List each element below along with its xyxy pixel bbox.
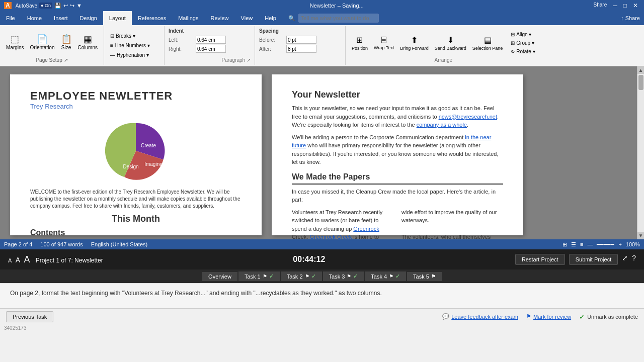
group-button[interactable]: ⊞ Group ▾ (509, 39, 537, 47)
spacing-after-row: After: (259, 45, 341, 53)
font-size-large[interactable]: A (24, 254, 30, 264)
undo-icon[interactable]: ↩ (63, 3, 68, 9)
tab-task4[interactable]: Task 4 ⚑ ✓ (365, 272, 406, 281)
send-backward-label: Send Backward (435, 46, 466, 51)
pie-label-create: Create (141, 143, 156, 148)
indent-left-input[interactable] (196, 36, 226, 44)
ribbon-content: ⬚ Margins 📄 Orientation 📋 Size ▦ Columns… (0, 25, 644, 66)
greenrock-link-1[interactable]: Greenrock (353, 226, 379, 232)
task1-label: Task 1 (245, 274, 261, 280)
size-button[interactable]: 📋 Size (59, 34, 74, 51)
tab-task5[interactable]: Task 5 ⚑ (407, 272, 442, 281)
view-print-icon[interactable]: ⊞ (562, 241, 567, 248)
restart-project-button[interactable]: Restart Project (515, 254, 565, 265)
tab-task2[interactable]: Task 2 ⚑ ✓ (281, 272, 322, 281)
task3-check: ✓ (353, 273, 358, 280)
view-outline-icon[interactable]: ≡ (580, 241, 583, 247)
ribbon-search-input[interactable] (298, 14, 379, 23)
submit-project-button[interactable]: Submit Project (569, 254, 618, 265)
line-numbers-button[interactable]: ≡ Line Numbers ▾ (108, 42, 160, 49)
unmark-complete-button[interactable]: ✓ Unmark as complete (579, 313, 638, 321)
orientation-button[interactable]: 📄 Orientation (28, 34, 57, 51)
close-icon[interactable]: ✕ (631, 2, 640, 9)
orientation-label: Orientation (30, 45, 55, 50)
pie-label-imagine: Imagine (144, 161, 163, 167)
status-bar-right: ⊞ ☰ ≡ — ━━━━━ + 100% (562, 241, 640, 248)
previous-task-button[interactable]: Previous Task (6, 311, 53, 322)
tab-mailings[interactable]: Mailings (172, 11, 204, 25)
spacing-before-input[interactable] (286, 36, 316, 44)
save-icon[interactable]: 💾 (54, 3, 61, 9)
align-icon: ⊟ (511, 32, 515, 37)
task5-label: Task 5 (413, 274, 429, 280)
share-ribbon[interactable]: ↑ Share (621, 15, 640, 21)
autosave-label: AutoSave (16, 3, 37, 9)
greenrock-link-2[interactable]: Greenrock Creek (309, 234, 352, 239)
zoom-slider[interactable]: ━━━━━ (597, 241, 614, 248)
font-size-medium[interactable]: A (16, 256, 20, 264)
zoom-percent: 100% (626, 241, 640, 247)
mark-for-review-link[interactable]: ⚑ Mark for review (526, 313, 571, 320)
tab-overview[interactable]: Overview (202, 272, 237, 281)
section-divider (292, 184, 503, 185)
help-icon[interactable]: ? (632, 254, 636, 265)
body-text-4: We'll be adding a person to the Corporat… (292, 134, 465, 140)
newsletter-subtitle: Trey Research (30, 103, 242, 110)
selection-pane-button[interactable]: ▤ Selection Pane (470, 34, 505, 52)
task-tabs: Overview Task 1 ⚑ ✓ Task 2 ⚑ ✓ Task 3 ⚑ … (0, 269, 644, 283)
tab-task3[interactable]: Task 3 ⚑ ✓ (323, 272, 364, 281)
size-label: Size (61, 45, 71, 50)
send-backward-button[interactable]: ⬇ Send Backward (433, 34, 468, 52)
scroll-thumb[interactable] (638, 75, 643, 90)
tab-review[interactable]: Review (205, 11, 235, 25)
zoom-in-icon[interactable]: + (618, 241, 621, 247)
align-button[interactable]: ⊟ Align ▾ (509, 31, 537, 38)
font-size-small[interactable]: A (8, 257, 12, 263)
indent-right-label: Right: (169, 46, 194, 52)
tab-home[interactable]: Home (21, 11, 48, 25)
tab-design[interactable]: Design (74, 11, 103, 25)
fullscreen-icon[interactable]: ⤢ (622, 254, 628, 265)
hyphenation-icon: — (110, 52, 115, 58)
project-label: Project 1 of 7: Newsletter (36, 257, 103, 264)
spacing-after-input[interactable] (286, 45, 316, 53)
tab-references[interactable]: References (132, 11, 172, 25)
breaks-button[interactable]: ⊟ Breaks ▾ (108, 32, 160, 40)
scroll-up-arrow[interactable]: ▲ (637, 66, 644, 74)
tab-layout[interactable]: Layout (103, 11, 132, 25)
scroll-down-arrow[interactable]: ▼ (637, 232, 644, 239)
body-text-3: . (467, 122, 468, 128)
vertical-scrollbar[interactable]: ▲ ▼ (637, 66, 644, 239)
company-link[interactable]: company as a whole (417, 122, 467, 128)
autosave-badge: ● On (39, 3, 52, 9)
tab-view[interactable]: View (235, 11, 259, 25)
zoom-out-icon[interactable]: — (587, 241, 593, 247)
redo-icon[interactable]: ↪ (70, 3, 74, 9)
view-web-icon[interactable]: ☰ (571, 241, 576, 248)
share-button[interactable]: Share (592, 2, 609, 9)
scroll-track[interactable] (637, 74, 644, 232)
ribbon-search-area: 🔍 (282, 11, 617, 25)
rotate-button[interactable]: ↻ Rotate ▾ (509, 48, 537, 55)
unmark-label: Unmark as complete (587, 314, 638, 320)
feedback-link[interactable]: 💬 Leave feedback after exam (442, 313, 518, 320)
hyphenation-button[interactable]: — Hyphenation ▾ (108, 51, 160, 59)
bring-forward-button[interactable]: ⬆ Bring Forward (398, 34, 431, 52)
wrap-text-button[interactable]: ⌸ Wrap Text (372, 34, 396, 51)
minimize-icon[interactable]: ─ (611, 2, 619, 9)
app-logo: A (4, 2, 12, 9)
task4-check: ✓ (395, 273, 400, 280)
more-icon[interactable]: ▼ (76, 3, 82, 9)
task3-label: Task 3 (329, 274, 345, 280)
position-button[interactable]: ⊞ Position (350, 34, 370, 52)
tab-insert[interactable]: Insert (48, 11, 74, 25)
email-link[interactable]: news@treyresearch.net (439, 114, 497, 120)
margins-button[interactable]: ⬚ Margins (4, 34, 26, 51)
hyphenation-label: Hyphenation ▾ (117, 52, 149, 58)
indent-right-input[interactable] (196, 45, 226, 53)
tab-help[interactable]: Help (259, 11, 282, 25)
tab-task1[interactable]: Task 1 ⚑ ✓ (238, 272, 280, 281)
columns-button[interactable]: ▦ Columns (76, 34, 100, 51)
maximize-icon[interactable]: □ (621, 2, 629, 9)
tab-file[interactable]: File (0, 11, 21, 25)
